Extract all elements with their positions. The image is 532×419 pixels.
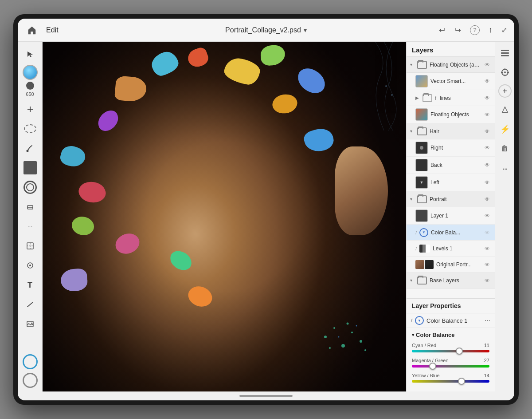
slider-thumb-magenta-green[interactable] [429, 363, 436, 370]
group-portrait[interactable]: ▾ Portrait 👁 [407, 191, 495, 207]
svg-point-14 [385, 85, 387, 87]
edit-label[interactable]: Edit [46, 26, 59, 34]
brush-tool[interactable] [21, 139, 39, 157]
marquee-tool[interactable] [21, 120, 39, 138]
group-base-layers[interactable]: ▾ Base Layers 👁 [407, 273, 495, 289]
layers-panel: Layers ▾ Floating Objects (alway... 👁 Ve… [406, 42, 495, 391]
layer-properties-panel: Layer Properties f Color Balance 1 ··· ▾… [407, 298, 495, 391]
topbar: Edit Portrait_Collage_v2.psd ▾ ↩ ↪ ? ↑ ⤢ [18, 19, 514, 42]
properties-panel-toggle[interactable] [497, 65, 512, 80]
folder-icon [417, 195, 427, 203]
image-tool[interactable] [21, 315, 39, 333]
slider-track-magenta-green[interactable] [412, 365, 489, 368]
visibility-icon[interactable]: 👁 [483, 277, 491, 284]
add-tool[interactable] [21, 100, 39, 118]
color-picker[interactable] [23, 65, 38, 80]
fullscreen-button[interactable]: ⤢ [501, 26, 507, 34]
folder-icon [417, 277, 427, 285]
props-fx-label: f [411, 318, 412, 323]
visibility-icon-hidden[interactable]: 👁 [483, 229, 491, 236]
bottom-color-circle-2 [23, 373, 38, 388]
group-name: Hair [430, 128, 481, 134]
transform-tool[interactable] [21, 237, 39, 255]
slider-value-magenta-green: -27 [482, 358, 489, 363]
slider-track-cyan-red[interactable] [412, 350, 489, 352]
layer-floating-objects[interactable]: Floating Objects 👁 [407, 106, 495, 123]
group-floating-objects[interactable]: ▾ Floating Objects (alway... 👁 [407, 57, 495, 73]
layer-thumbnail [415, 159, 428, 171]
props-more-button[interactable]: ··· [485, 316, 490, 324]
visibility-icon[interactable]: 👁 [483, 162, 491, 168]
line-tool[interactable] [21, 296, 39, 313]
file-title[interactable]: Portrait_Collage_v2.psd [225, 26, 301, 34]
add-layer-button[interactable]: + [498, 84, 512, 98]
svg-marker-0 [27, 51, 33, 57]
group-hair[interactable]: ▾ Hair 👁 [407, 123, 495, 139]
layer-left[interactable]: ▼ Left 👁 [407, 174, 495, 191]
visibility-icon[interactable]: 👁 [483, 78, 491, 84]
eraser-tool[interactable] [21, 198, 39, 216]
shape-tool[interactable] [21, 159, 39, 177]
visibility-icon[interactable]: 👁 [483, 95, 491, 101]
more-tools[interactable]: ··· [21, 217, 39, 235]
visibility-icon[interactable]: 👁 [483, 179, 491, 186]
visibility-icon[interactable]: 👁 [483, 111, 491, 118]
visibility-icon[interactable]: 👁 [483, 261, 491, 268]
chevron-down-icon: ▾ [410, 129, 415, 134]
select-tool[interactable] [21, 45, 39, 63]
svg-point-21 [329, 347, 331, 349]
undo-button[interactable]: ↩ [439, 25, 446, 35]
stamp-tool[interactable] [21, 178, 39, 196]
svg-point-13 [31, 323, 32, 324]
slider-thumb-cyan-red[interactable] [456, 348, 463, 355]
bottom-color-circle[interactable] [23, 354, 38, 369]
slider-label-cyan-red: Cyan / Red [412, 343, 436, 348]
delete-layer-button[interactable]: 🗑 [497, 141, 512, 156]
lightning-tool[interactable]: ⚡ [497, 122, 512, 137]
svg-point-17 [333, 327, 335, 329]
redo-button[interactable]: ↪ [454, 25, 461, 35]
layer-back[interactable]: Back 👁 [407, 157, 495, 174]
home-button[interactable] [25, 23, 39, 37]
layer-1[interactable]: Layer 1 👁 [407, 207, 495, 225]
layer-original-portrait[interactable]: Original Portr... 👁 [407, 257, 495, 273]
layer-name: lines [440, 95, 481, 101]
visibility-icon[interactable]: 👁 [483, 213, 491, 219]
visibility-icon[interactable]: 👁 [483, 145, 491, 151]
type-tool[interactable]: T [21, 276, 39, 294]
help-button[interactable]: ? [470, 25, 480, 35]
svg-point-18 [341, 344, 345, 348]
layer-name: Left [430, 179, 481, 186]
visibility-icon[interactable]: 👁 [483, 62, 491, 68]
layer-name: Levels 1 [433, 245, 481, 252]
layers-panel-toggle[interactable] [497, 45, 512, 60]
layer-levels[interactable]: f Levels 1 👁 [407, 241, 495, 257]
more-options-button[interactable]: ··· [497, 161, 512, 176]
visibility-icon[interactable]: 👁 [483, 128, 491, 134]
svg-point-24 [338, 336, 340, 338]
layer-lines[interactable]: ▶ f lines 👁 [407, 90, 495, 106]
home-indicator [18, 391, 514, 400]
fx-label: f [415, 246, 417, 251]
stamp-tool-2[interactable] [497, 102, 512, 117]
layer-right[interactable]: Right 👁 [407, 139, 495, 157]
layer-vector-smart[interactable]: Vector Smart... 👁 [407, 73, 495, 90]
healing-tool[interactable] [21, 257, 39, 274]
layer-color-balance[interactable]: f Color Bala... 👁 [407, 225, 495, 241]
svg-point-19 [351, 332, 353, 333]
file-dropdown-icon[interactable]: ▾ [304, 27, 307, 34]
layer-thumbnail [415, 142, 428, 154]
visibility-icon[interactable]: 👁 [483, 196, 491, 202]
layer-thumbnail [415, 210, 428, 222]
layer-name: Layer 1 [430, 213, 481, 219]
svg-point-16 [324, 336, 327, 338]
layer-thumbnail: ▼ [415, 176, 428, 189]
slider-track-yellow-blue[interactable] [412, 380, 489, 383]
slider-thumb-yellow-blue[interactable] [458, 378, 465, 385]
svg-point-15 [391, 94, 393, 96]
share-button[interactable]: ↑ [489, 25, 493, 35]
svg-line-11 [27, 302, 33, 307]
collapse-icon[interactable]: ▾ [412, 332, 414, 337]
visibility-icon[interactable]: 👁 [483, 245, 491, 252]
layers-title: Layers [407, 42, 495, 57]
